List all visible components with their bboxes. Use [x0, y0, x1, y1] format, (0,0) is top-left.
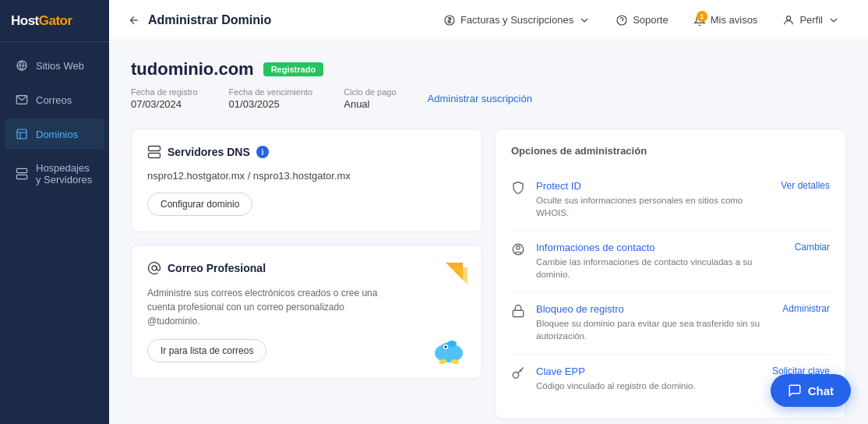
svg-rect-4: [16, 175, 26, 178]
protect-id-desc: Oculte sus informaciones personales en s…: [536, 194, 771, 219]
facturas-menu[interactable]: Facturas y Suscripciones: [434, 9, 600, 31]
contacto-title: Informaciones de contacto: [536, 242, 785, 253]
sidebar-item-label: Sitios Web: [36, 60, 84, 72]
sidebar-item-label: Dominios: [36, 129, 78, 140]
administrar-suscripcion-link[interactable]: Administrar suscripción: [428, 93, 532, 104]
bloqueo-desc: Bloquee su dominio para evitar que sea t…: [536, 317, 773, 342]
chat-button[interactable]: Chat: [771, 374, 851, 407]
mail-card: Correo Profesional Administre sus correo…: [131, 245, 482, 379]
svg-rect-11: [149, 154, 161, 158]
meta-ciclo: Ciclo de pago Anual: [344, 87, 396, 110]
sidebar-item-sitios-web[interactable]: Sitios Web: [5, 50, 104, 81]
svg-point-8: [617, 16, 626, 25]
meta-ciclo-label: Ciclo de pago: [344, 87, 396, 97]
mail-icon: [16, 94, 28, 106]
domain-status-badge: Registrado: [263, 62, 323, 76]
admin-option-contacto: Informaciones de contacto Cambie las inf…: [511, 231, 830, 292]
at-sign-icon: [147, 261, 161, 275]
yellow-arrow-icon: [439, 256, 469, 286]
admin-options-title: Opciones de administración: [511, 145, 830, 157]
sidebar-item-hospedajes[interactable]: Hospedajes y Servidores: [5, 153, 104, 195]
logo: HostGator: [0, 0, 109, 42]
svg-point-21: [436, 348, 443, 353]
mail-card-desc: Administre sus correos electrónicos crea…: [147, 286, 386, 328]
svg-point-24: [447, 341, 457, 347]
mail-card-title: Correo Profesional: [147, 261, 466, 275]
svg-point-20: [445, 346, 447, 348]
bloqueo-title: Bloqueo de registro: [536, 303, 773, 315]
meta-vencimiento-label: Fecha de vencimiento: [229, 87, 313, 97]
back-button[interactable]: Administrar Dominio: [128, 13, 271, 27]
svg-marker-16: [450, 267, 468, 284]
dns-card: Servidores DNS i nspro12.hostgator.mx / …: [131, 129, 482, 232]
facturas-label: Facturas y Suscripciones: [460, 14, 573, 26]
protect-id-content: Protect ID Oculte sus informaciones pers…: [536, 180, 771, 219]
contacto-content: Informaciones de contacto Cambie las inf…: [536, 242, 785, 281]
user-icon-wrap: [511, 242, 527, 258]
chevron-down-icon-perfil: [827, 14, 840, 26]
meta-ciclo-value: Anual: [344, 98, 396, 110]
sidebar-item-dominios[interactable]: Dominios: [5, 118, 104, 150]
bloqueo-link[interactable]: Administrar: [782, 303, 830, 314]
bloqueo-content: Bloqueo de registro Bloquee su dominio p…: [536, 303, 773, 342]
contacto-desc: Cambie las informaciones de contacto vin…: [536, 256, 785, 281]
arrow-left-icon: [128, 14, 140, 26]
meta-registro-label: Fecha de registro: [131, 87, 198, 97]
soporte-label: Soporte: [633, 14, 669, 26]
layers-icon: [16, 128, 28, 140]
page-title: Administrar Dominio: [148, 13, 271, 27]
two-col-layout: Servidores DNS i nspro12.hostgator.mx / …: [131, 129, 846, 419]
notification-badge: 1: [697, 11, 707, 22]
main-content: Administrar Dominio Facturas y Suscripci…: [109, 0, 868, 424]
dollar-icon: [443, 14, 456, 26]
chevron-down-icon: [578, 14, 591, 26]
clave-epp-title: Clave EPP: [536, 366, 763, 377]
sidebar-item-label: Hospedajes y Servidores: [36, 162, 94, 186]
meta-vencimiento-value: 01/03/2025: [229, 98, 313, 110]
top-nav: Administrar Dominio Facturas y Suscripci…: [109, 0, 868, 41]
configurar-dominio-button[interactable]: Configurar dominio: [147, 193, 252, 216]
gator-mascot: [424, 325, 474, 370]
dns-info-icon[interactable]: i: [256, 146, 269, 158]
clave-epp-desc: Código vinculado al registro de dominio.: [536, 380, 763, 392]
dns-card-title: Servidores DNS i: [147, 145, 466, 159]
svg-rect-2: [17, 129, 26, 139]
avisos-label: Mis avisos: [711, 14, 758, 26]
clave-epp-content: Clave EPP Código vinculado al registro d…: [536, 366, 763, 392]
lock-icon-wrap: [511, 304, 527, 320]
key-icon: [511, 366, 525, 380]
key-icon-wrap: [511, 366, 527, 382]
domain-meta: Fecha de registro 07/03/2024 Fecha de ve…: [131, 87, 846, 110]
svg-point-26: [517, 246, 520, 250]
page-content: tudominio.com Registrado Fecha de regist…: [109, 41, 868, 424]
help-circle-icon: [616, 14, 628, 26]
meta-vencimiento: Fecha de vencimiento 01/03/2025: [229, 87, 313, 110]
perfil-menu[interactable]: Perfil: [773, 9, 849, 31]
svg-rect-10: [149, 147, 161, 151]
soporte-menu[interactable]: Soporte: [606, 9, 678, 31]
admin-option-protect-id: Protect ID Oculte sus informaciones pers…: [511, 169, 830, 231]
left-column: Servidores DNS i nspro12.hostgator.mx / …: [131, 129, 482, 419]
contacto-link[interactable]: Cambiar: [795, 242, 830, 253]
svg-point-14: [152, 266, 157, 270]
svg-rect-27: [513, 311, 524, 317]
gator-illustration: [424, 325, 474, 367]
globe-icon: [16, 59, 28, 72]
domain-header: tudominio.com Registrado: [131, 59, 846, 80]
avisos-menu[interactable]: 1 Mis avisos: [684, 9, 767, 31]
shield-icon-wrap: [511, 181, 527, 196]
notification-wrap: 1: [693, 14, 706, 26]
sidebar-item-label: Correos: [36, 94, 72, 106]
server-icon: [16, 168, 28, 180]
sidebar-item-correos[interactable]: Correos: [5, 84, 104, 115]
chat-icon: [788, 383, 802, 398]
svg-point-9: [787, 16, 791, 19]
svg-rect-3: [16, 168, 26, 172]
ir-lista-correos-button[interactable]: Ir para lista de correos: [147, 339, 266, 362]
user-circle-icon: [511, 242, 525, 256]
server-dns-icon: [147, 145, 161, 159]
meta-registro-value: 07/03/2024: [131, 98, 198, 110]
protect-id-link[interactable]: Ver detalles: [781, 180, 830, 191]
mail-card-decoration: [439, 256, 469, 289]
domain-name: tudominio.com: [131, 59, 254, 80]
